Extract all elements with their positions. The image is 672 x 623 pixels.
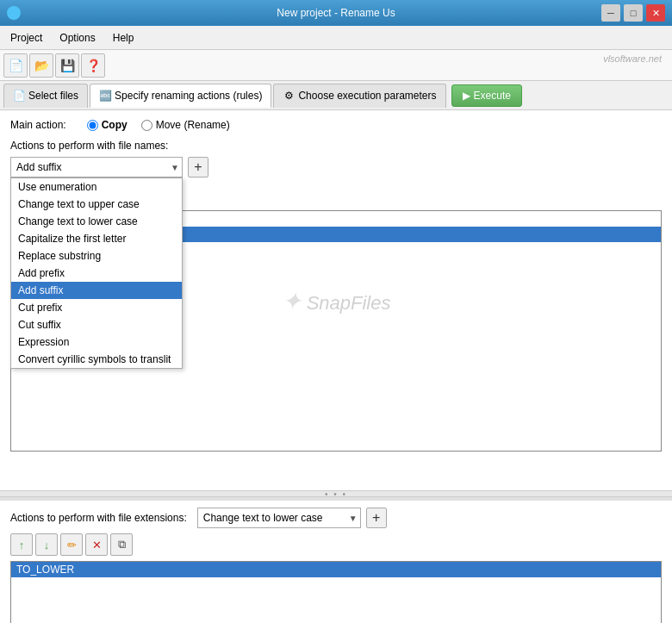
menu-options[interactable]: Options: [53, 30, 102, 46]
actions-names-label: Actions to perform with file names:: [10, 140, 662, 152]
copy-label[interactable]: Copy: [102, 119, 128, 131]
app-icon: [7, 6, 21, 20]
tab-select-files-label: Select files: [28, 90, 78, 102]
ext-mini-toolbar: ↑ ↓ ✏ ✕ ⧉: [10, 533, 662, 556]
ext-copy-button[interactable]: ⧉: [110, 533, 133, 556]
option-cut-suffix[interactable]: Cut suffix: [11, 316, 182, 333]
select-files-icon: 📄: [13, 90, 25, 102]
option-use-enumeration[interactable]: Use enumeration: [11, 178, 182, 196]
ext-dropdown[interactable]: Change text to lower case: [197, 508, 361, 528]
tab-select-files[interactable]: 📄 Select files: [3, 84, 88, 108]
tab-renaming-actions[interactable]: 🔤 Specify renaming actions (rules): [90, 84, 271, 108]
tabs-bar: 📄 Select files 🔤 Specify renaming action…: [0, 81, 672, 110]
close-button[interactable]: ✕: [646, 4, 665, 22]
option-lower-case[interactable]: Change text to lower case: [11, 213, 182, 230]
actions-ext-row: Actions to perform with file extensions:…: [10, 508, 662, 528]
option-add-suffix[interactable]: Add suffix: [11, 282, 182, 299]
option-cyrillic[interactable]: Convert cyrillic symbols to translit: [11, 351, 182, 368]
tab-renaming-label: Specify renaming actions (rules): [115, 90, 262, 102]
add-ext-action-button[interactable]: +: [366, 508, 387, 528]
move-radio[interactable]: [141, 120, 152, 131]
execute-play-icon: ▶: [463, 90, 470, 102]
save-button[interactable]: 💾: [55, 53, 79, 78]
execute-label: Execute: [474, 90, 511, 102]
option-capitalize[interactable]: Capitalize the first letter: [11, 230, 182, 247]
main-content: Main action: Copy Move (Rename) Actions …: [0, 110, 672, 623]
ext-edit-button[interactable]: ✏: [60, 533, 83, 556]
toolbar: 📄 📂 💾 ❓: [0, 50, 672, 81]
main-action-label: Main action:: [10, 119, 66, 131]
add-names-action-button[interactable]: +: [188, 157, 208, 178]
actions-names-row: Add suffix ▼ Use enumeration Change text…: [10, 157, 662, 178]
option-cut-prefix[interactable]: Cut prefix: [11, 299, 182, 316]
copy-radio[interactable]: [87, 120, 98, 131]
ext-dropdown-wrapper: Change text to lower case ▼: [197, 508, 361, 528]
ext-delete-button[interactable]: ✕: [85, 533, 108, 556]
ext-list-item-0[interactable]: TO_LOWER: [11, 562, 661, 577]
tab-execution-params[interactable]: ⚙ Choose execution parameters: [273, 84, 445, 108]
ext-move-down-button[interactable]: ↓: [35, 533, 58, 556]
names-dropdown-open: Use enumeration Change text to upper cas…: [10, 178, 183, 369]
option-replace-substring[interactable]: Replace substring: [11, 247, 182, 265]
tab-execution-label: Choose execution parameters: [298, 90, 436, 102]
window-title: New project - Rename Us: [277, 7, 395, 19]
menu-bar: Project Options Help vlsoftware.net: [0, 26, 672, 50]
execute-button[interactable]: ▶ Execute: [451, 84, 522, 107]
names-dropdown[interactable]: Add suffix: [10, 157, 183, 178]
watermark: vlsoftware.net: [603, 53, 662, 64]
ext-list[interactable]: TO_LOWER: [10, 561, 662, 623]
move-label[interactable]: Move (Rename): [156, 119, 230, 131]
main-action-row: Main action: Copy Move (Rename): [10, 119, 662, 131]
option-upper-case[interactable]: Change text to upper case: [11, 196, 182, 213]
ext-move-up-button[interactable]: ↑: [10, 533, 33, 556]
names-dropdown-wrapper: Add suffix ▼ Use enumeration Change text…: [10, 157, 183, 178]
renaming-icon: 🔤: [99, 90, 111, 102]
menu-project[interactable]: Project: [3, 30, 49, 46]
actions-ext-label: Actions to perform with file extensions:: [10, 512, 187, 524]
maximize-button[interactable]: □: [624, 4, 643, 22]
execution-icon: ⚙: [283, 90, 295, 102]
help-button[interactable]: ❓: [81, 53, 105, 78]
lower-section: Actions to perform with file extensions:…: [0, 497, 672, 623]
divider: • • •: [0, 490, 672, 497]
option-expression[interactable]: Expression: [11, 333, 182, 351]
open-button[interactable]: 📂: [29, 53, 53, 78]
title-bar: New project - Rename Us ─ □ ✕: [0, 0, 672, 26]
move-radio-group: Move (Rename): [141, 119, 230, 131]
minimize-button[interactable]: ─: [601, 4, 620, 22]
upper-section: Main action: Copy Move (Rename) Actions …: [0, 110, 672, 490]
option-add-prefix[interactable]: Add prefix: [11, 265, 182, 282]
new-button[interactable]: 📄: [3, 53, 28, 78]
copy-radio-group: Copy: [87, 119, 128, 131]
menu-help[interactable]: Help: [106, 30, 141, 46]
